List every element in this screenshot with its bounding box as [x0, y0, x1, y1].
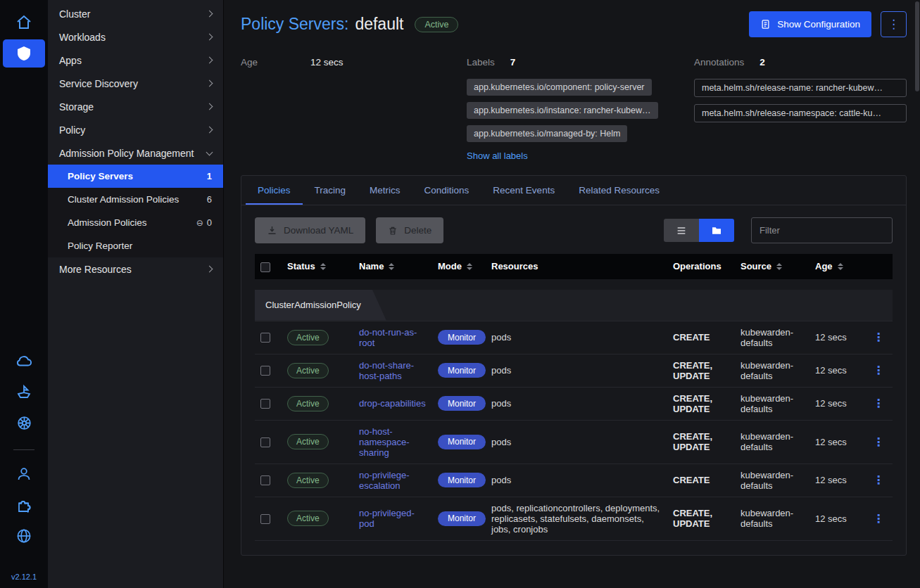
sidebar-item-workloads[interactable]: Workloads: [48, 25, 223, 49]
sidebar-item-policy-servers[interactable]: Policy Servers 1: [48, 165, 223, 188]
policy-name-link[interactable]: do-not-share-host-paths: [359, 360, 414, 381]
globe-button[interactable]: [8, 522, 39, 550]
rail-divider: [13, 449, 34, 450]
policy-name-link[interactable]: no-host-namespace-sharing: [359, 426, 410, 458]
tab-metrics[interactable]: Metrics: [358, 176, 412, 205]
age-value: 12 secs: [310, 57, 344, 68]
sidebar-item-service-discovery[interactable]: Service Discovery: [48, 72, 223, 95]
policy-name-link[interactable]: drop-capabilities: [359, 398, 426, 409]
sidebar-item-policy-reporter[interactable]: Policy Reporter: [48, 234, 223, 257]
chevron-right-icon: [206, 103, 213, 110]
item-count: 6: [207, 194, 212, 205]
sort-icon[interactable]: [838, 263, 843, 270]
row-menu-button[interactable]: ⋮: [864, 321, 893, 354]
select-all-checkbox[interactable]: [260, 262, 270, 272]
kebab-vertical-icon: ⋮: [888, 18, 900, 31]
status-badge: Active: [287, 330, 329, 345]
tab-tracing[interactable]: Tracing: [303, 176, 358, 205]
row-menu-button[interactable]: ⋮: [864, 420, 893, 464]
left-rail: v2.12.1: [0, 0, 48, 588]
policy-name-link[interactable]: no-privilege-escalation: [359, 470, 410, 491]
page-title-type: Policy Servers:: [241, 15, 348, 34]
policies-table-wrap: Status Name Mode Resources Operations So…: [241, 254, 906, 555]
trash-icon: [388, 226, 398, 236]
operations-cell: CREATE, UPDATE: [667, 420, 735, 464]
wheel-cluster-icon: [15, 414, 33, 432]
page-title: Policy Servers: default: [241, 15, 403, 34]
sidebar-item-cluster-admission-policies[interactable]: Cluster Admission Policies 6: [48, 188, 223, 211]
sidebar-item-policy[interactable]: Policy: [48, 118, 223, 141]
download-yaml-button[interactable]: Download YAML: [255, 217, 365, 243]
cloud-cluster-icon: [15, 352, 33, 370]
tab-related-resources[interactable]: Related Resources: [567, 176, 672, 205]
user-button[interactable]: [8, 460, 39, 488]
scrollbar-thumb[interactable]: [915, 1, 919, 91]
age-cell: 12 secs: [809, 420, 864, 464]
table-row: Active drop-capabilities Monitor pods CR…: [255, 387, 893, 420]
row-menu-button[interactable]: ⋮: [864, 354, 893, 387]
detail-panel: Policies Tracing Metrics Conditions Rece…: [241, 175, 907, 556]
policy-name-link[interactable]: no-privileged-pod: [359, 508, 415, 529]
operations-cell: CREATE, UPDATE: [667, 354, 735, 387]
row-checkbox[interactable]: [260, 366, 270, 376]
age-cell: 12 secs: [809, 464, 864, 497]
sidebar-item-cluster[interactable]: Cluster: [48, 2, 223, 25]
kubewarden-nav-button[interactable]: [3, 39, 45, 68]
sort-icon[interactable]: [776, 263, 782, 270]
tab-bar: Policies Tracing Metrics Conditions Rece…: [241, 176, 906, 205]
operations-cell: CREATE, UPDATE: [667, 497, 735, 540]
cluster-wheel-button[interactable]: [8, 409, 39, 437]
tab-conditions[interactable]: Conditions: [412, 176, 481, 205]
age-cell: 12 secs: [809, 354, 864, 387]
sidebar-item-admission-policies[interactable]: Admission Policies ⊖ 0: [48, 211, 223, 234]
header-menu-button[interactable]: ⋮: [881, 11, 907, 37]
page-scrollbar[interactable]: [915, 1, 919, 587]
row-checkbox[interactable]: [260, 475, 270, 485]
ship-cluster-icon: [15, 383, 32, 400]
mode-badge: Monitor: [438, 473, 486, 487]
row-checkbox[interactable]: [260, 399, 270, 409]
row-checkbox[interactable]: [260, 333, 270, 343]
sort-icon[interactable]: [320, 263, 326, 270]
sidebar-item-admission-policy-management[interactable]: Admission Policy Management: [48, 141, 223, 165]
status-badge: Active: [415, 17, 458, 32]
grouped-view-button[interactable]: [699, 219, 734, 242]
age-cell: 12 secs: [809, 497, 864, 540]
sidebar-item-storage[interactable]: Storage: [48, 95, 223, 118]
sort-icon[interactable]: [389, 263, 394, 270]
table-row: Active no-host-namespace-sharing Monitor…: [255, 420, 893, 464]
cluster-ship-button[interactable]: [8, 378, 39, 406]
home-button[interactable]: [8, 8, 39, 37]
user-icon: [15, 466, 32, 482]
annotations-section: Annotations 2 meta.helm.sh/release-name:…: [693, 57, 907, 129]
age-cell: 12 secs: [809, 387, 864, 420]
show-all-labels-link[interactable]: Show all labels: [467, 151, 528, 161]
delete-button[interactable]: Delete: [376, 217, 443, 243]
show-configuration-button[interactable]: Show Configuration: [749, 11, 871, 37]
table-row: Active do-not-share-host-paths Monitor p…: [255, 354, 893, 387]
extensions-button[interactable]: [8, 491, 39, 519]
row-checkbox[interactable]: [260, 437, 270, 447]
sort-icon[interactable]: [467, 263, 472, 270]
row-menu-button[interactable]: ⋮: [864, 497, 893, 540]
annotations-count: 2: [760, 57, 765, 68]
tab-recent-events[interactable]: Recent Events: [481, 176, 567, 205]
row-checkbox[interactable]: [260, 514, 270, 524]
annotations-label: Annotations: [694, 57, 744, 68]
policy-name-link[interactable]: do-not-run-as-root: [359, 327, 417, 348]
filter-input[interactable]: [751, 217, 893, 243]
item-count: 1: [207, 171, 212, 181]
chevron-right-icon: [206, 57, 213, 64]
cluster-cloud-button[interactable]: [8, 347, 39, 375]
sidebar-item-more-resources[interactable]: More Resources: [48, 257, 223, 281]
download-icon: [267, 225, 277, 236]
table-header-row: Status Name Mode Resources Operations So…: [255, 254, 893, 279]
tab-policies[interactable]: Policies: [246, 176, 303, 205]
list-view-button[interactable]: [664, 219, 699, 242]
globe-icon: [15, 528, 32, 544]
row-menu-button[interactable]: ⋮: [864, 387, 893, 420]
sidebar-item-apps[interactable]: Apps: [48, 49, 223, 72]
mode-badge: Monitor: [438, 511, 486, 526]
row-menu-button[interactable]: ⋮: [864, 464, 893, 497]
grouped-view-icon: [711, 225, 722, 236]
